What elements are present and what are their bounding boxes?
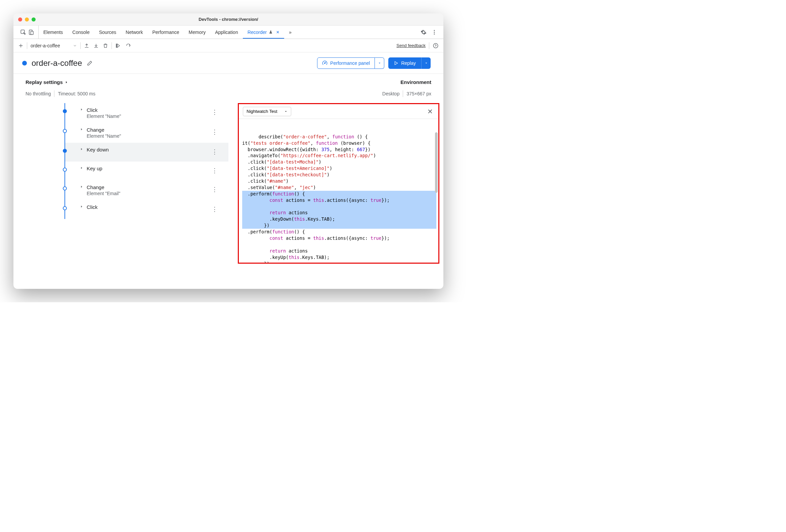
step-title: Change	[87, 127, 205, 133]
replay-settings-toggle[interactable]: Replay settings	[25, 79, 68, 85]
step-menu-icon[interactable]: ⋮	[205, 127, 224, 137]
performance-panel-caret[interactable]	[375, 57, 384, 69]
export-format-label: Nightwatch Test	[247, 109, 277, 114]
tab-application[interactable]: Application	[210, 25, 243, 39]
minimize-window-icon[interactable]	[25, 18, 29, 22]
help-icon[interactable]	[433, 43, 439, 49]
window-titlebar: DevTools - chrome://version/	[14, 14, 443, 25]
step-body: ChangeElement "Name"	[87, 127, 205, 139]
tab-recorder[interactable]: Recorder✕	[243, 25, 284, 39]
step-menu-icon[interactable]: ⋮	[205, 147, 224, 157]
step-menu-icon[interactable]: ⋮	[205, 184, 224, 194]
step-row[interactable]: Click⋮	[65, 200, 228, 219]
code-line: const actions = this.actions({async: tru…	[242, 235, 390, 241]
replay-label: Replay	[401, 61, 416, 66]
more-tabs-icon[interactable]: »	[284, 25, 296, 39]
chevron-right-icon	[80, 147, 83, 151]
step-subtitle: Element "Email"	[87, 191, 205, 196]
code-line: .keyUp(this.Keys.TAB);	[242, 255, 329, 260]
step-dot-icon	[63, 129, 67, 133]
code-line: .navigateTo("https://coffee-cart.netlify…	[242, 153, 376, 158]
step-title: Change	[87, 184, 205, 190]
steps-pane: ClickElement "Name"⋮ChangeElement "Name"…	[14, 103, 228, 289]
continue-icon[interactable]	[115, 43, 121, 48]
step-body: Key down	[87, 147, 205, 153]
viewport-value: 375×667 px	[407, 91, 431, 96]
step-body: Key up	[87, 166, 205, 171]
export-icon[interactable]	[84, 43, 89, 48]
timeout-value: Timeout: 5000 ms	[58, 91, 95, 96]
step-title: Key down	[87, 147, 205, 153]
performance-panel-button[interactable]: Performance panel	[317, 57, 375, 69]
export-format-dropdown[interactable]: Nightwatch Test	[243, 107, 291, 116]
code-export-panel: Nightwatch Test ✕ describe("order-a-coff…	[238, 103, 439, 264]
scrollbar-thumb[interactable]	[435, 132, 438, 193]
delete-icon[interactable]	[103, 43, 108, 48]
recording-selector[interactable]: order-a-coffee	[30, 43, 77, 48]
step-dot-icon	[63, 186, 67, 190]
tab-performance[interactable]: Performance	[147, 25, 184, 39]
recorder-main: ClickElement "Name"⋮ChangeElement "Name"…	[14, 103, 443, 289]
devtools-window: DevTools - chrome://version/ ElementsCon…	[14, 14, 443, 289]
step-icon[interactable]	[125, 43, 131, 48]
close-icon[interactable]: ✕	[426, 106, 434, 117]
device-toggle-icon[interactable]	[28, 29, 34, 35]
code-line	[242, 204, 436, 210]
devtools-tabs: ElementsConsoleSourcesNetworkPerformance…	[14, 25, 443, 39]
step-menu-icon[interactable]: ⋮	[205, 166, 224, 176]
code-line: .click("[data-test=checkout]")	[242, 172, 329, 177]
step-row[interactable]: Key up⋮	[65, 162, 228, 180]
step-menu-icon[interactable]: ⋮	[205, 107, 224, 117]
replay-settings-label: Replay settings	[25, 79, 63, 85]
add-recording-icon[interactable]	[18, 43, 24, 48]
replay-settings-row: Replay settings Environment	[14, 74, 443, 88]
chevron-right-icon	[80, 205, 83, 208]
step-row[interactable]: ChangeElement "Email"⋮	[65, 180, 228, 200]
code-line: .perform(function() {	[242, 229, 305, 234]
tab-console[interactable]: Console	[68, 25, 94, 39]
window-title: DevTools - chrome://version/	[199, 17, 258, 22]
tab-elements[interactable]: Elements	[39, 25, 68, 39]
edit-title-icon[interactable]	[87, 60, 93, 66]
inspect-icon[interactable]	[20, 29, 26, 35]
code-line: .click("[data-test=Mocha]")	[242, 159, 321, 165]
code-line: return actions	[242, 210, 436, 216]
tab-network[interactable]: Network	[121, 25, 147, 39]
close-tab-icon[interactable]: ✕	[276, 30, 279, 34]
code-line: .keyDown(this.Keys.TAB);	[242, 216, 436, 222]
code-line: describe("order-a-coffee", function () {	[259, 134, 368, 139]
maximize-window-icon[interactable]	[31, 18, 36, 22]
replay-button[interactable]: Replay	[388, 57, 421, 69]
step-subtitle: Element "Name"	[87, 133, 205, 139]
recording-title: order-a-coffee	[31, 59, 82, 68]
step-dot-icon	[63, 149, 67, 153]
code-line: return actions	[242, 248, 308, 254]
step-row[interactable]: ChangeElement "Name"⋮	[65, 123, 228, 143]
chevron-right-icon	[80, 128, 83, 131]
close-window-icon[interactable]	[18, 18, 22, 22]
step-dot-icon	[63, 206, 67, 210]
recording-status-dot-icon	[22, 61, 27, 66]
tab-sources[interactable]: Sources	[94, 25, 121, 39]
step-menu-icon[interactable]: ⋮	[205, 204, 224, 214]
import-icon[interactable]	[93, 43, 99, 48]
recorder-toolbar: order-a-coffee Send feedback	[14, 39, 443, 52]
kebab-menu-icon[interactable]	[431, 29, 437, 35]
chevron-right-icon	[80, 108, 83, 111]
step-body: ChangeElement "Email"	[87, 184, 205, 196]
throttling-value: No throttling	[25, 91, 51, 96]
code-line: .click("[data-test=Americano]")	[242, 166, 332, 171]
send-feedback-link[interactable]: Send feedback	[396, 43, 425, 48]
tab-memory[interactable]: Memory	[184, 25, 211, 39]
gear-icon[interactable]	[420, 29, 426, 35]
code-line: it("tests order-a-coffee", function (bro…	[242, 140, 370, 146]
replay-caret[interactable]	[421, 57, 431, 69]
step-row[interactable]: Key down⋮	[65, 143, 228, 162]
svg-point-4	[434, 31, 435, 32]
recording-header: order-a-coffee Performance panel Replay	[14, 52, 443, 74]
svg-point-3	[434, 30, 435, 31]
chevron-right-icon	[65, 80, 68, 84]
step-row[interactable]: ClickElement "Name"⋮	[65, 103, 228, 123]
code-body[interactable]: describe("order-a-coffee", function () {…	[239, 119, 438, 263]
code-line: })	[242, 222, 436, 229]
